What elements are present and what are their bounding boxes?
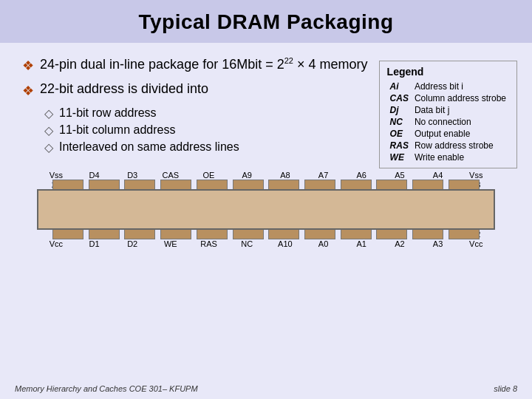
legend-key-we: WE <box>387 151 412 163</box>
legend-box: Legend Ai Address bit i CAS Column addre… <box>379 61 517 168</box>
pin-top-6 <box>268 180 299 189</box>
pin-top-10 <box>412 180 443 189</box>
pin-diagram: Vss D4 D3 CAS OE A9 A8 A7 A6 A5 A4 Vss 2… <box>11 171 521 248</box>
top-labels-row: Vss D4 D3 CAS OE A9 A8 A7 A6 A5 A4 Vss <box>37 171 495 180</box>
bot-label-4: RAS <box>190 239 228 248</box>
footer: Memory Hierarchy and Caches COE 301– KFU… <box>0 384 532 393</box>
slide: Typical DRAM Packaging ❖ 24-pin dual in-… <box>0 0 532 399</box>
pin-bottom-1 <box>89 230 120 239</box>
bot-label-9: A2 <box>381 239 419 248</box>
ic-body <box>37 189 495 230</box>
bot-label-11: Vcc <box>457 239 495 248</box>
subbullet-1: ◇ 11-bit row address <box>22 106 239 120</box>
legend-row-ai: Ai Address bit i <box>387 81 509 92</box>
pin-top-7 <box>304 180 335 189</box>
legend-row-ras: RAS Row address strobe <box>387 140 509 151</box>
legend-desc-nc: No connection <box>412 116 509 128</box>
legend-table: Ai Address bit i CAS Column address stro… <box>387 81 509 163</box>
bullet-2-text: 22-bit address is divided into <box>40 81 208 97</box>
bullet-2-main: ❖ 22-bit address is divided into ◇ 11-bi… <box>22 81 239 157</box>
top-label-1: D4 <box>75 171 114 180</box>
legend-desc-ai: Address bit i <box>412 81 509 92</box>
pin-top-2 <box>124 180 155 189</box>
legend-row-cas: CAS Column address strobe <box>387 92 509 104</box>
bot-label-6: A10 <box>266 239 304 248</box>
pin-top-8 <box>341 180 372 189</box>
pin-bottom-4 <box>197 230 228 239</box>
legend-row-dj: Dj Data bit j <box>387 104 509 116</box>
subbullet-1-icon: ◇ <box>44 106 53 120</box>
pin-bottom-10 <box>412 230 443 239</box>
subbullet-3-text: Interleaved on same address lines <box>59 140 239 154</box>
legend-row-nc: NC No connection <box>387 116 509 128</box>
pin-top-1 <box>89 180 120 189</box>
top-label-10: A4 <box>419 171 457 180</box>
pin-top-11 <box>449 180 480 189</box>
bullet-1-text: 24-pin dual in-line package for 16Mbit =… <box>40 56 368 72</box>
top-label-7: A7 <box>304 171 343 180</box>
pin-top-3 <box>160 180 191 189</box>
subbullet-2-text: 11-bit column address <box>59 123 175 137</box>
pin-bottom-8 <box>341 230 372 239</box>
footer-left: Memory Hierarchy and Caches COE 301– KFU… <box>15 384 198 393</box>
top-label-2: D3 <box>113 171 151 180</box>
pin-bottom-9 <box>376 230 407 239</box>
pin-bottom-0 <box>52 230 83 239</box>
bullet-1-icon: ❖ <box>22 58 34 74</box>
bot-label-10: A3 <box>419 239 457 248</box>
bottom-labels-row: Vcc D1 D2 WE RAS NC A10 A0 A1 A2 A3 Vcc <box>37 239 495 248</box>
pin-bottom-5 <box>233 230 264 239</box>
pin-bottom-2 <box>124 230 155 239</box>
pin-top-0 <box>52 180 83 189</box>
top-label-8: A6 <box>342 171 381 180</box>
legend-desc-cas: Column address strobe <box>412 92 509 104</box>
legend-title: Legend <box>387 66 509 78</box>
top-label-0: Vss <box>37 171 75 180</box>
bot-label-1: D1 <box>75 239 114 248</box>
bot-label-7: A0 <box>304 239 343 248</box>
pin-top-5 <box>233 180 264 189</box>
legend-row-oe: OE Output enable <box>387 128 509 140</box>
bot-label-8: A1 <box>342 239 381 248</box>
legend-desc-oe: Output enable <box>412 128 509 140</box>
top-label-4: OE <box>190 171 228 180</box>
top-label-9: A5 <box>381 171 419 180</box>
bot-label-0: Vcc <box>37 239 75 248</box>
footer-right: slide 8 <box>494 384 517 393</box>
top-label-5: A9 <box>228 171 266 180</box>
pin-bottom-11 <box>449 230 480 239</box>
legend-key-cas: CAS <box>387 92 412 104</box>
top-label-3: CAS <box>151 171 190 180</box>
content-area: ❖ 24-pin dual in-line package for 16Mbit… <box>0 43 532 165</box>
subbullet-3-icon: ◇ <box>44 140 53 154</box>
bot-label-5: NC <box>228 239 266 248</box>
bot-label-3: WE <box>151 239 190 248</box>
top-label-11: Vss <box>457 171 495 180</box>
legend-key-ai: Ai <box>387 81 412 92</box>
subbullet-3: ◇ Interleaved on same address lines <box>22 140 239 154</box>
pin-bottom-3 <box>160 230 191 239</box>
subbullet-2: ◇ 11-bit column address <box>22 123 239 137</box>
pin-top-9 <box>376 180 407 189</box>
subbullet-2-icon: ◇ <box>44 123 53 137</box>
bullet-2-row: ❖ 22-bit address is divided into ◇ 11-bi… <box>22 81 510 157</box>
legend-desc-we: Write enable <box>412 151 509 163</box>
legend-desc-dj: Data bit j <box>412 104 509 116</box>
subbullet-1-text: 11-bit row address <box>59 106 157 120</box>
legend-key-ras: RAS <box>387 140 412 151</box>
bullet-2: ❖ 22-bit address is divided into <box>22 81 239 99</box>
legend-key-dj: Dj <box>387 104 412 116</box>
bot-label-2: D2 <box>113 239 151 248</box>
legend-key-oe: OE <box>387 128 412 140</box>
bullet-2-icon: ❖ <box>22 83 34 99</box>
pin-bottom-7 <box>304 230 335 239</box>
ic-package <box>37 189 495 230</box>
top-label-6: A8 <box>266 171 304 180</box>
legend-row-we: WE Write enable <box>387 151 509 163</box>
slide-title: Typical DRAM Packaging <box>0 0 532 43</box>
legend-desc-ras: Row address strobe <box>412 140 509 151</box>
pin-bottom-6 <box>268 230 299 239</box>
pin-top-4 <box>197 180 228 189</box>
legend-key-nc: NC <box>387 116 412 128</box>
